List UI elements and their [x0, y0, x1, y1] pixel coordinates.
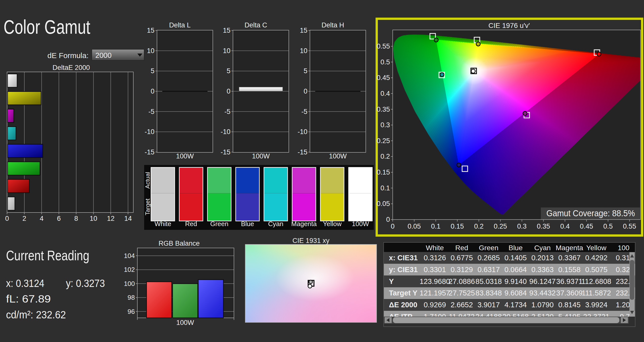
svg-text:123.9680: 123.9680 — [420, 277, 450, 285]
svg-text:Gamut Coverage: 88.5%: Gamut Coverage: 88.5% — [546, 208, 635, 218]
svg-text:100W: 100W — [176, 319, 194, 326]
svg-text:0.4292: 0.4292 — [585, 254, 608, 262]
svg-text:10: 10 — [300, 47, 307, 55]
svg-text:93.4432: 93.4432 — [529, 289, 556, 297]
svg-text:0.25: 0.25 — [377, 137, 390, 145]
svg-text:0: 0 — [386, 216, 390, 223]
svg-text:15: 15 — [300, 27, 307, 34]
svg-text:2000: 2000 — [95, 51, 112, 59]
svg-text:9.6084: 9.6084 — [504, 289, 527, 297]
svg-text:4: 4 — [40, 215, 44, 222]
svg-text:100W: 100W — [252, 152, 270, 160]
svg-text:37.3609: 37.3609 — [556, 289, 583, 297]
svg-text:0.2685: 0.2685 — [477, 254, 500, 262]
svg-text:0.3: 0.3 — [517, 223, 527, 230]
svg-text:0.3301: 0.3301 — [424, 266, 446, 274]
svg-text:0.3126: 0.3126 — [424, 254, 446, 262]
svg-text:Blue: Blue — [241, 220, 254, 228]
svg-text:0.55: 0.55 — [377, 42, 390, 50]
svg-text:Actual: Actual — [144, 172, 151, 189]
svg-text:100W: 100W — [176, 152, 194, 160]
svg-text:0.1: 0.1 — [380, 184, 390, 192]
svg-text:10: 10 — [223, 47, 230, 55]
svg-text:0.5075: 0.5075 — [585, 266, 608, 274]
svg-text:0.8145: 0.8145 — [558, 301, 581, 309]
svg-text:-15: -15 — [145, 148, 154, 156]
svg-text:0.45: 0.45 — [580, 223, 593, 230]
svg-text:10: 10 — [90, 215, 97, 222]
svg-text:0.2: 0.2 — [474, 223, 484, 230]
svg-text:10: 10 — [147, 47, 154, 55]
svg-text:36.9371: 36.9371 — [556, 277, 583, 285]
svg-text:96: 96 — [128, 308, 135, 315]
svg-text:8: 8 — [74, 215, 78, 222]
svg-text:cd/m²: 232.62: cd/m²: 232.62 — [6, 309, 66, 321]
svg-text:121.1957: 121.1957 — [420, 289, 450, 297]
svg-text:Red: Red — [455, 244, 468, 252]
svg-text:0.6775: 0.6775 — [451, 254, 473, 262]
svg-text:0.1405: 0.1405 — [504, 254, 527, 262]
svg-text:fL: 67.89: fL: 67.89 — [6, 293, 51, 305]
svg-text:y: 0.3273: y: 0.3273 — [66, 277, 105, 289]
svg-text:0.0664: 0.0664 — [504, 266, 527, 274]
svg-text:111.5872: 111.5872 — [582, 289, 611, 297]
svg-text:-15: -15 — [298, 148, 307, 156]
svg-text:0.6317: 0.6317 — [477, 266, 500, 274]
svg-text:83.8348: 83.8348 — [475, 289, 502, 297]
svg-text:Target Y: Target Y — [389, 289, 417, 297]
svg-text:CIE 1931 xy: CIE 1931 xy — [292, 237, 330, 244]
svg-text:27.7525: 27.7525 — [449, 289, 475, 297]
svg-text:Red: Red — [185, 220, 197, 228]
svg-text:5: 5 — [227, 67, 230, 75]
svg-text:0.1: 0.1 — [431, 223, 440, 230]
svg-text:85.0318: 85.0318 — [475, 277, 502, 285]
svg-text:0.4: 0.4 — [380, 90, 390, 97]
svg-text:4.1734: 4.1734 — [504, 301, 527, 309]
svg-text:Color Gamut: Color Gamut — [4, 16, 90, 38]
svg-text:Delta L: Delta L — [169, 21, 191, 29]
svg-text:9.9140: 9.9140 — [504, 277, 527, 285]
svg-text:6: 6 — [57, 215, 61, 222]
svg-text:104: 104 — [124, 252, 135, 260]
svg-text:2.6652: 2.6652 — [451, 301, 473, 309]
svg-text:Green: Green — [479, 244, 499, 252]
svg-text:0.25: 0.25 — [494, 223, 507, 230]
svg-text:0.3367: 0.3367 — [558, 254, 581, 262]
svg-text:-5: -5 — [148, 108, 154, 115]
svg-text:14: 14 — [124, 215, 132, 222]
svg-text:12: 12 — [107, 215, 114, 222]
svg-text:15: 15 — [147, 27, 154, 34]
svg-text:Yellow: Yellow — [323, 220, 341, 228]
svg-text:y: CIE31: y: CIE31 — [389, 266, 418, 274]
svg-text:2: 2 — [22, 215, 26, 222]
svg-text:Current Reading: Current Reading — [6, 248, 89, 263]
svg-text:RGB Balance: RGB Balance — [158, 240, 200, 247]
svg-text:0.45: 0.45 — [377, 74, 390, 81]
svg-text:0.3: 0.3 — [380, 121, 390, 129]
svg-text:100W: 100W — [329, 152, 347, 160]
svg-text:-5: -5 — [301, 108, 307, 115]
svg-text:-5: -5 — [224, 108, 230, 115]
svg-text:Cyan: Cyan — [268, 220, 284, 228]
svg-text:Magenta: Magenta — [556, 244, 583, 252]
svg-text:0.5: 0.5 — [603, 223, 613, 230]
svg-text:0.2013: 0.2013 — [531, 254, 554, 262]
svg-text:0.05: 0.05 — [377, 200, 390, 207]
svg-text:Green: Green — [210, 220, 228, 228]
svg-text:White: White — [426, 244, 444, 252]
svg-text:dE Formula:: dE Formula: — [48, 51, 89, 60]
svg-text:1.0790: 1.0790 — [531, 301, 554, 309]
svg-text:100: 100 — [124, 280, 135, 287]
svg-text:0: 0 — [391, 223, 394, 230]
svg-text:0: 0 — [304, 88, 307, 95]
svg-text:98: 98 — [128, 294, 135, 301]
svg-text:0.2: 0.2 — [380, 153, 390, 160]
svg-text:Magenta: Magenta — [291, 220, 317, 228]
svg-text:3.9017: 3.9017 — [477, 301, 500, 309]
svg-text:102: 102 — [124, 266, 135, 273]
svg-text:x: CIE31: x: CIE31 — [389, 254, 418, 262]
svg-text:0: 0 — [5, 215, 9, 222]
svg-text:0.15: 0.15 — [377, 168, 390, 176]
svg-text:CIE 1976 u'v': CIE 1976 u'v' — [489, 22, 530, 29]
svg-text:0.35: 0.35 — [537, 223, 550, 230]
